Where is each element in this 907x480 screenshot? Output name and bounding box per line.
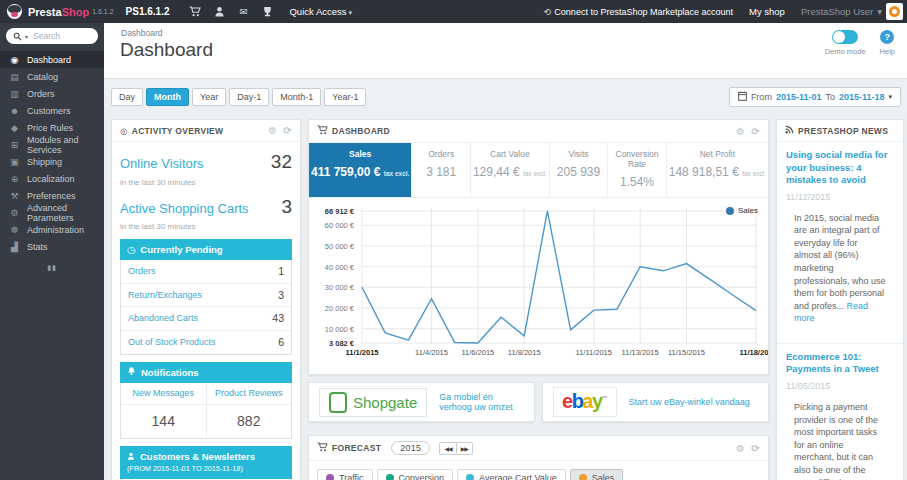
dashboard-panel-header: DASHBOARD ⚙⟳ bbox=[309, 120, 768, 143]
pending-returns-link[interactable]: Return/Exchanges bbox=[128, 289, 202, 302]
calendar-icon bbox=[738, 91, 747, 103]
sales-chart-plot[interactable] bbox=[361, 208, 757, 348]
sidebar-item-stats[interactable]: ▟Stats bbox=[0, 238, 104, 255]
settings-icon[interactable]: ⚙ bbox=[736, 126, 745, 137]
date-from-label: From bbox=[751, 92, 772, 102]
person-icon bbox=[127, 450, 135, 463]
next-year-button[interactable]: ▶▶ bbox=[457, 442, 473, 455]
prestashop-logo bbox=[7, 4, 22, 19]
kpi-cart-value[interactable]: Cart Value 129,44 € tax excl. bbox=[471, 143, 550, 197]
topbar: PrestaShop 1.6.1.2 PS1.6.1.2 ✉ Quick Acc… bbox=[0, 0, 907, 23]
search-input[interactable] bbox=[31, 30, 87, 42]
breadcrumb[interactable]: Dashboard bbox=[121, 28, 163, 38]
demo-mode-toggle[interactable] bbox=[832, 30, 858, 44]
sidebar-item-customers[interactable]: ☻Customers bbox=[0, 102, 104, 119]
kpi-net-profit[interactable]: Net Profit 148 918,51 € tax excl. bbox=[667, 143, 768, 197]
sidebar-item-localization[interactable]: ⊕Localization bbox=[0, 170, 104, 187]
refresh-icon[interactable]: ⟳ bbox=[751, 126, 760, 137]
x-axis-tick: 11/15/2015 bbox=[656, 348, 716, 357]
ebay-logo[interactable]: ebay™ bbox=[553, 387, 617, 417]
sidebar-item-orders[interactable]: ▥Orders bbox=[0, 85, 104, 102]
refresh-icon[interactable]: ⟳ bbox=[283, 125, 292, 136]
shopgate-logo[interactable]: Shopgate bbox=[319, 388, 427, 417]
sidebar-item-catalog[interactable]: ▤Catalog bbox=[0, 68, 104, 85]
news-article: Ecommerce 101: Payments in a Tweet 11/05… bbox=[777, 344, 903, 480]
my-shop-link[interactable]: My shop bbox=[749, 6, 785, 17]
legend-button-sales[interactable]: Sales bbox=[570, 469, 624, 480]
kpi-conversion-rate[interactable]: Conversion Rate 1.54% bbox=[608, 143, 666, 197]
chart-x-axis: 11/1/201511/4/201511/6/201511/8/201511/1… bbox=[361, 348, 757, 360]
trophy-icon[interactable] bbox=[255, 6, 279, 18]
sidebar-item-dashboard[interactable]: ◉Dashboard bbox=[0, 51, 104, 68]
quick-access-menu[interactable]: Quick Access▾ bbox=[289, 6, 352, 17]
pending-orders-link[interactable]: Orders bbox=[128, 265, 156, 278]
shopgate-card: Shopgate Ga mobiel en verhoog uw omzet bbox=[308, 382, 535, 422]
caret-down-icon: ▾ bbox=[349, 9, 353, 16]
table-row: Out of Stock Products6 bbox=[121, 331, 291, 354]
cart-icon bbox=[317, 125, 328, 137]
article-date: 11/05/2015 bbox=[786, 381, 894, 391]
employees-icon[interactable] bbox=[207, 6, 231, 18]
demo-mode-block: Demo mode bbox=[825, 30, 866, 56]
marketplace-link[interactable]: ⟲Connect to PrestaShop Marketplace accou… bbox=[544, 7, 733, 17]
kpi-value: 1.54% bbox=[620, 175, 654, 189]
sidebar-item-advanced-parameters[interactable]: ⚙Advanced Parameters bbox=[0, 204, 104, 221]
activity-panel-header: ◎ ACTIVITY OVERVIEW ⚙⟳ bbox=[112, 120, 300, 142]
x-axis-tick: 11/1/2015 bbox=[332, 348, 392, 357]
sidebar-search[interactable]: ▾ bbox=[6, 28, 98, 44]
settings-icon[interactable]: ⚙ bbox=[736, 443, 745, 454]
search-scope-caret-icon[interactable]: ▾ bbox=[25, 33, 28, 40]
mail-icon[interactable]: ✉ bbox=[231, 6, 255, 17]
new-messages-link[interactable]: New Messages bbox=[121, 383, 206, 405]
cart-icon[interactable] bbox=[183, 6, 207, 18]
date-to-value: 2015-11-18 bbox=[839, 92, 885, 102]
sidebar-item-modules-and-services[interactable]: ⊞Modules and Services bbox=[0, 136, 104, 153]
range-button-year[interactable]: Year bbox=[192, 88, 226, 106]
kpi-suffix: tax excl. bbox=[384, 170, 410, 177]
brand-presta: Presta bbox=[28, 6, 62, 18]
product-reviews-col: Product Reviews 882 bbox=[207, 383, 292, 438]
ebay-link[interactable]: Start uw eBay-winkel vandaag bbox=[629, 397, 750, 407]
sidebar-item-preferences[interactable]: ⚒Preferences bbox=[0, 187, 104, 204]
collapse-menu-icon[interactable]: ▮▮ bbox=[0, 264, 104, 272]
settings-icon[interactable]: ⚙ bbox=[268, 125, 277, 136]
abandoned-carts-link[interactable]: Abandoned Carts bbox=[128, 312, 198, 325]
sidebar-item-shipping[interactable]: ▣Shipping bbox=[0, 153, 104, 170]
range-button-year-1[interactable]: Year-1 bbox=[324, 88, 366, 106]
kpi-sales[interactable]: Sales 411 759,00 € tax excl. bbox=[309, 143, 412, 197]
user-menu[interactable]: PrestaShop User ▾ bbox=[801, 3, 903, 20]
range-button-day[interactable]: Day bbox=[111, 88, 143, 106]
sidebar-item-price-rules[interactable]: ◆Price Rules bbox=[0, 119, 104, 136]
kpi-visits[interactable]: Visits 205 939 bbox=[550, 143, 608, 197]
sidebar-item-administration[interactable]: ☸Administration bbox=[0, 221, 104, 238]
shopgate-link[interactable]: Ga mobiel en verhoog uw omzet bbox=[439, 392, 524, 412]
product-reviews-link[interactable]: Product Reviews bbox=[207, 383, 292, 405]
kpi-value: 148 918,51 € bbox=[669, 165, 739, 179]
range-button-month-1[interactable]: Month-1 bbox=[272, 88, 321, 106]
range-button-month[interactable]: Month bbox=[146, 88, 189, 106]
sales-legend-dot bbox=[726, 207, 734, 215]
legend-button-average-cart-value[interactable]: Average Cart Value bbox=[457, 469, 566, 480]
legend-label: Sales bbox=[592, 473, 615, 480]
pending-table: Orders1 Return/Exchanges3 Abandoned Cart… bbox=[120, 260, 292, 355]
date-to-label: To bbox=[825, 92, 835, 102]
legend-button-conversion[interactable]: Conversion bbox=[377, 469, 454, 480]
legend-label: Traffic bbox=[339, 473, 364, 480]
new-messages-count: 144 bbox=[121, 412, 206, 432]
active-carts-link[interactable]: Active Shopping Carts bbox=[120, 200, 249, 218]
previous-year-button[interactable]: ◀◀ bbox=[439, 442, 456, 455]
customers-newsletters-title: Customers & Newsletters bbox=[140, 450, 255, 463]
kpi-orders[interactable]: Orders 3 181 bbox=[412, 143, 470, 197]
help-block: ? Help bbox=[880, 30, 895, 56]
article-title-link[interactable]: Ecommerce 101: Payments in a Tweet bbox=[786, 351, 894, 376]
refresh-icon[interactable]: ⟳ bbox=[751, 443, 760, 454]
online-visitors-link[interactable]: Online Visitors bbox=[120, 155, 204, 173]
out-of-stock-link[interactable]: Out of Stock Products bbox=[128, 336, 216, 349]
range-button-day-1[interactable]: Day-1 bbox=[229, 88, 269, 106]
article-title-link[interactable]: Using social media for your business: 4 … bbox=[786, 149, 894, 187]
date-range-button[interactable]: From 2015-11-01 To 2015-11-18 ▾ bbox=[729, 87, 901, 107]
notifications-table: New Messages 144 Product Reviews 882 bbox=[120, 383, 292, 439]
help-label: Help bbox=[880, 47, 895, 56]
legend-button-traffic[interactable]: Traffic bbox=[317, 469, 373, 480]
help-button[interactable]: ? bbox=[880, 30, 894, 44]
